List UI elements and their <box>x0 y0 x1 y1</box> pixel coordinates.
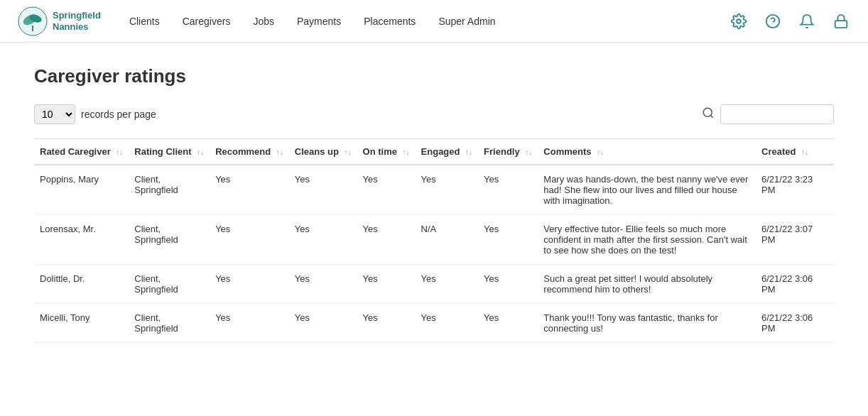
cell-rating_client: Client, Springfield <box>129 215 210 265</box>
cell-engaged: Yes <box>416 304 479 343</box>
cell-recommend: Yes <box>210 165 289 215</box>
sort-arrows-created: ↑↓ <box>801 148 808 156</box>
cell-comments: Very effective tutor- Ellie feels so muc… <box>538 215 756 265</box>
records-per-page-select[interactable]: 10 25 50 100 <box>34 104 75 124</box>
notification-icon[interactable] <box>797 11 817 31</box>
sort-arrows-comments: ↑↓ <box>597 148 604 156</box>
cell-engaged: N/A <box>416 215 479 265</box>
page-title: Caregiver ratings <box>34 65 834 87</box>
nav-jobs[interactable]: Jobs <box>253 16 274 27</box>
cell-friendly: Yes <box>478 265 538 304</box>
col-header-engaged[interactable]: Engaged ↑↓ <box>416 139 479 165</box>
cell-friendly: Yes <box>478 165 538 215</box>
records-per-page-control: 10 25 50 100 records per page <box>34 104 156 124</box>
sort-arrows-recommend: ↑↓ <box>276 148 283 156</box>
cell-cleans_up: Yes <box>289 304 357 343</box>
cell-rating_client: Client, Springfield <box>129 265 210 304</box>
nav-payments[interactable]: Payments <box>297 16 341 27</box>
logo[interactable]: Springfield Nannies <box>17 6 101 37</box>
sort-arrows-engaged: ↑↓ <box>465 148 472 156</box>
cell-cleans_up: Yes <box>289 215 357 265</box>
cell-created: 6/21/22 3:07 PM <box>756 215 834 265</box>
cell-rating_client: Client, Springfield <box>129 165 210 215</box>
table-header-row: Rated Caregiver ↑↓ Rating Client ↑↓ Reco… <box>34 139 834 165</box>
records-per-page-label: records per page <box>81 109 156 120</box>
col-header-cleans-up[interactable]: Cleans up ↑↓ <box>289 139 357 165</box>
table-row: Lorensax, Mr.Client, SpringfieldYesYesYe… <box>34 215 834 265</box>
logo-line1: Springfield <box>53 10 101 21</box>
cell-recommend: Yes <box>210 265 289 304</box>
nav-icon-area <box>729 11 851 31</box>
caregiver-ratings-table: Rated Caregiver ↑↓ Rating Client ↑↓ Reco… <box>34 138 834 343</box>
svg-rect-7 <box>835 21 847 28</box>
svg-line-9 <box>710 115 712 117</box>
col-header-on-time[interactable]: On time ↑↓ <box>357 139 416 165</box>
cell-comments: Such a great pet sitter! I would absolut… <box>538 265 756 304</box>
help-icon[interactable] <box>763 11 783 31</box>
sort-arrows-ontime: ↑↓ <box>403 148 410 156</box>
cell-cleans_up: Yes <box>289 165 357 215</box>
sort-arrows-rating: ↑↓ <box>197 148 204 156</box>
search-area <box>702 104 834 124</box>
controls-row: 10 25 50 100 records per page <box>34 104 834 124</box>
table-row: Micelli, TonyClient, SpringfieldYesYesYe… <box>34 304 834 343</box>
settings-icon[interactable] <box>729 11 749 31</box>
cell-recommend: Yes <box>210 215 289 265</box>
cell-on_time: Yes <box>357 215 416 265</box>
svg-point-8 <box>703 108 712 116</box>
cell-engaged: Yes <box>416 265 479 304</box>
navbar: Springfield Nannies Clients Caregivers J… <box>0 0 868 43</box>
nav-placements[interactable]: Placements <box>364 16 416 27</box>
lock-icon[interactable] <box>831 11 851 31</box>
cell-rated_caregiver: Poppins, Mary <box>34 165 129 215</box>
col-header-comments[interactable]: Comments ↑↓ <box>538 139 756 165</box>
cell-cleans_up: Yes <box>289 265 357 304</box>
cell-comments: Thank you!!! Tony was fantastic, thanks … <box>538 304 756 343</box>
search-input[interactable] <box>720 104 834 124</box>
table-body: Poppins, MaryClient, SpringfieldYesYesYe… <box>34 165 834 343</box>
nav-links: Clients Caregivers Jobs Payments Placeme… <box>129 16 729 27</box>
sort-arrows-rated: ↑↓ <box>116 148 123 156</box>
cell-recommend: Yes <box>210 304 289 343</box>
logo-line2: Nannies <box>53 21 101 33</box>
cell-friendly: Yes <box>478 215 538 265</box>
cell-rated_caregiver: Lorensax, Mr. <box>34 215 129 265</box>
nav-clients[interactable]: Clients <box>129 16 160 27</box>
cell-created: 6/21/22 3:23 PM <box>756 165 834 215</box>
cell-engaged: Yes <box>416 165 479 215</box>
cell-on_time: Yes <box>357 265 416 304</box>
nav-super-admin[interactable]: Super Admin <box>438 16 495 27</box>
cell-rated_caregiver: Dolittle, Dr. <box>34 265 129 304</box>
cell-comments: Mary was hands-down, the best nanny we'v… <box>538 165 756 215</box>
cell-on_time: Yes <box>357 304 416 343</box>
nav-caregivers[interactable]: Caregivers <box>183 16 231 27</box>
sort-arrows-friendly: ↑↓ <box>525 148 532 156</box>
main-content: Caregiver ratings 10 25 50 100 records p… <box>0 43 868 366</box>
search-icon[interactable] <box>702 106 715 122</box>
cell-created: 6/21/22 3:06 PM <box>756 304 834 343</box>
table-row: Dolittle, Dr.Client, SpringfieldYesYesYe… <box>34 265 834 304</box>
sort-arrows-cleans: ↑↓ <box>345 148 352 156</box>
col-header-recommend[interactable]: Recommend ↑↓ <box>210 139 289 165</box>
cell-created: 6/21/22 3:06 PM <box>756 265 834 304</box>
col-header-friendly[interactable]: Friendly ↑↓ <box>478 139 538 165</box>
cell-rated_caregiver: Micelli, Tony <box>34 304 129 343</box>
cell-on_time: Yes <box>357 165 416 215</box>
col-header-rating-client[interactable]: Rating Client ↑↓ <box>129 139 210 165</box>
table-row: Poppins, MaryClient, SpringfieldYesYesYe… <box>34 165 834 215</box>
cell-rating_client: Client, Springfield <box>129 304 210 343</box>
cell-friendly: Yes <box>478 304 538 343</box>
svg-point-4 <box>737 19 741 23</box>
col-header-rated-caregiver[interactable]: Rated Caregiver ↑↓ <box>34 139 129 165</box>
col-header-created[interactable]: Created ↑↓ <box>756 139 834 165</box>
